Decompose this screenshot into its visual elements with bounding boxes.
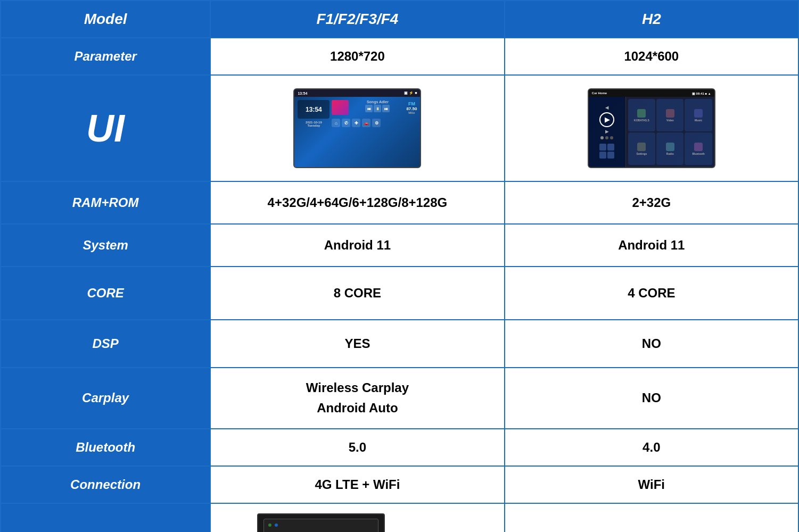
carplay-col1: Wireless Carplay Android Auto [210,368,504,429]
model-label: Model [1,1,210,38]
system-col1: Android 11 [210,224,504,267]
connection-col2: WiFi [505,466,798,503]
system-col2: Android 11 [505,224,798,267]
connection-row: Connection 4G LTE + WiFi WiFi [1,466,798,503]
carplay-line1: Wireless Carplay [219,378,496,398]
system-label: System [1,224,210,267]
ram-col1: 4+32G/4+64G/6+128G/8+128G [210,181,504,224]
system-row: System Android 11 Android 11 [1,224,798,267]
parameter-row: Parameter 1280*720 1024*600 [1,38,798,75]
heat-col1: → [210,503,504,532]
carplay-col2: NO [505,368,798,429]
heat-row: Heat dissipation [1,503,798,532]
model-col1: F1/F2/F3/F4 [210,1,504,38]
heat-col2: NO [505,503,798,532]
ram-col2: 2+32G [505,181,798,224]
ui-screenshot-h-cell: Car Home ▣ 08:41 ■ ▲ ◀ ▶ ▶ [505,75,798,181]
core-col2: 4 CORE [505,267,798,320]
core-col1: 8 CORE [210,267,504,320]
model-col2: H2 [505,1,798,38]
bluetooth-col1: 5.0 [210,429,504,466]
dsp-col1: YES [210,320,504,368]
heat-content: → [219,513,496,532]
connection-col1: 4G LTE + WiFi [210,466,504,503]
core-label: CORE [1,267,210,320]
ui-screenshot-f-cell: 13:54 ▣ ⚡ ■ 13:54 2021-10-19Tuesday Song… [210,75,504,181]
dsp-label: DSP [1,320,210,368]
h-ui-screenshot: Car Home ▣ 08:41 ■ ▲ ◀ ▶ ▶ [588,88,715,168]
model-row: Model F1/F2/F3/F4 H2 [1,1,798,38]
dsp-col2: NO [505,320,798,368]
bluetooth-label: Bluetooth [1,429,210,466]
parameter-col2: 1024*600 [505,38,798,75]
ui-label: UI [1,75,210,181]
ui-row: UI 13:54 ▣ ⚡ ■ 13:54 2021-10-19Tuesday [1,75,798,181]
connection-label: Connection [1,466,210,503]
f-ui-screenshot: 13:54 ▣ ⚡ ■ 13:54 2021-10-19Tuesday Song… [293,88,421,168]
heat-label: Heat dissipation [1,503,210,532]
carplay-row: Carplay Wireless Carplay Android Auto NO [1,368,798,429]
ram-label: RAM+ROM [1,181,210,224]
heat-device-image: → [257,513,385,532]
parameter-col1: 1280*720 [210,38,504,75]
parameter-label: Parameter [1,38,210,75]
dsp-row: DSP YES NO [1,320,798,368]
ram-row: RAM+ROM 4+32G/4+64G/6+128G/8+128G 2+32G [1,181,798,224]
carplay-line2: Android Auto [219,398,496,418]
bluetooth-row: Bluetooth 5.0 4.0 [1,429,798,466]
bluetooth-col2: 4.0 [505,429,798,466]
core-row: CORE 8 CORE 4 CORE [1,267,798,320]
carplay-label: Carplay [1,368,210,429]
